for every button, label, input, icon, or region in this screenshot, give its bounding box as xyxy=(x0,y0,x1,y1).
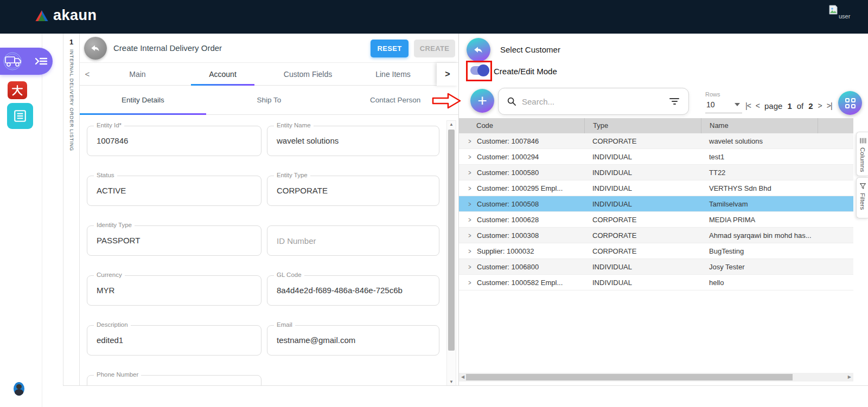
table-row[interactable]: >Customer: 1000582 Empl... INDIVIDUAL he… xyxy=(459,275,853,290)
id-number-field[interactable]: ID Number xyxy=(267,225,439,256)
annotation-red-arrow xyxy=(432,92,463,109)
email-field[interactable]: Email testname@gmail.com xyxy=(267,325,439,356)
subtab-entity-details[interactable]: Entity Details xyxy=(80,86,206,114)
entity-name-field[interactable]: Entity Name wavelet solutions xyxy=(267,126,439,156)
list-table-icon xyxy=(13,109,27,123)
scroll-up-icon[interactable]: ▲ xyxy=(447,122,456,127)
tabs-scroll-left-icon[interactable]: < xyxy=(80,63,95,85)
column-header-name[interactable]: Name xyxy=(701,118,818,133)
add-customer-button[interactable]: + xyxy=(470,89,494,113)
dropdown-caret-icon xyxy=(735,103,740,106)
module-tab-strip[interactable]: 1 INTERNAL DELIVERY ORDER LISTING xyxy=(63,34,80,386)
columns-tab-label: Columns xyxy=(859,147,866,172)
identity-type-value: PASSPORT xyxy=(87,226,261,255)
filters-side-tab[interactable]: Filters xyxy=(856,177,868,218)
expand-row-icon[interactable]: > xyxy=(468,232,476,240)
table-horizontal-scrollbar[interactable]: ◀ ▶ xyxy=(459,373,853,382)
create-internal-delivery-order-panel: Create Internal Delivery Order RESET CRE… xyxy=(80,34,458,386)
broken-image-icon xyxy=(828,4,839,15)
form-vertical-scrollbar[interactable]: ▲ ▼ xyxy=(446,120,456,386)
scroll-left-icon[interactable]: ◀ xyxy=(461,374,464,379)
user-profile-avatar[interactable] xyxy=(14,382,24,396)
select-customer-panel: Select Customer Create/Edit Mode + Rows … xyxy=(458,34,868,386)
expand-row-icon[interactable]: > xyxy=(468,279,476,287)
user-avatar-broken-image[interactable]: user xyxy=(828,4,860,26)
expand-row-icon[interactable]: > xyxy=(468,216,476,224)
previous-page-icon[interactable]: < xyxy=(756,101,760,110)
search-input[interactable] xyxy=(522,97,669,106)
user-alt-text: user xyxy=(839,13,850,20)
module-index: 1 xyxy=(63,38,79,46)
module-label: INTERNAL DELIVERY ORDER LISTING xyxy=(69,49,74,151)
grid-view-button[interactable] xyxy=(838,91,862,115)
akaun-logo[interactable]: akaun xyxy=(35,7,97,24)
next-page-icon[interactable]: > xyxy=(818,101,822,110)
tab-line-items[interactable]: Line Items xyxy=(350,63,436,85)
scroll-right-icon[interactable]: ▶ xyxy=(848,374,851,379)
first-page-icon[interactable]: |< xyxy=(745,101,751,110)
table-row[interactable]: >Customer: 1007846 CORPORATE wavelet sol… xyxy=(459,133,853,149)
table-header-row: Code Type Name xyxy=(459,118,853,133)
table-row-selected[interactable]: >Customer: 1000508 INDIVIDUAL Tamilselva… xyxy=(459,196,853,212)
id-number-label: ID Number xyxy=(277,236,316,246)
scrollbar-thumb[interactable] xyxy=(466,374,793,380)
column-header-code[interactable]: Code xyxy=(459,118,584,133)
email-value: testname@gmail.com xyxy=(267,326,439,355)
scrollbar-thumb[interactable] xyxy=(448,130,455,351)
expand-row-icon[interactable]: > xyxy=(468,153,476,161)
currency-field[interactable]: Currency MYR xyxy=(87,275,261,306)
phone-number-field[interactable]: Phone Number xyxy=(87,375,261,386)
table-row[interactable]: >Customer: 1006800 INDIVIDUAL Josy Teste… xyxy=(459,259,853,275)
page-word: page xyxy=(764,101,782,111)
reset-button[interactable]: RESET xyxy=(371,40,409,57)
expand-row-icon[interactable]: > xyxy=(468,138,476,145)
status-label: Status xyxy=(94,172,117,178)
entity-name-label: Entity Name xyxy=(274,122,314,128)
app-root: { "header": { "logo_text": "akaun", "use… xyxy=(0,0,868,407)
of-word: of xyxy=(797,101,804,111)
column-header-type[interactable]: Type xyxy=(584,118,701,133)
identity-type-field[interactable]: Identity Type PASSPORT xyxy=(87,225,261,256)
rows-per-page-select[interactable]: Rows 10 xyxy=(705,91,743,113)
search-icon xyxy=(507,97,516,106)
expand-row-icon[interactable]: > xyxy=(468,248,476,255)
left-app-sidebar xyxy=(0,34,42,407)
create-button[interactable]: CREATE xyxy=(414,40,455,57)
delivery-module-pill[interactable] xyxy=(0,48,53,75)
tab-custom-fields[interactable]: Custom Fields xyxy=(265,63,350,85)
expand-row-icon[interactable]: > xyxy=(468,263,476,271)
identity-type-label: Identity Type xyxy=(94,222,135,228)
last-page-icon[interactable]: >| xyxy=(827,101,832,110)
expand-row-icon[interactable]: > xyxy=(468,185,476,192)
expand-row-icon[interactable]: > xyxy=(468,169,476,177)
toggle-label: Create/Edit Mode xyxy=(494,67,557,76)
table-row[interactable]: >Customer: 1000294 INDIVIDUAL test1 xyxy=(459,149,853,165)
select-customer-back-button[interactable] xyxy=(467,38,490,62)
table-row[interactable]: >Supplier: 1000032 CORPORATE BugTesting xyxy=(459,243,853,259)
back-arrow-icon xyxy=(90,42,101,54)
table-row[interactable]: >Customer: 1000295 Empl... INDIVIDUAL VE… xyxy=(459,180,853,196)
sidebar-app-listing[interactable] xyxy=(7,103,33,129)
expand-row-icon[interactable]: > xyxy=(468,201,476,208)
sidebar-app-red-dai[interactable] xyxy=(8,81,27,99)
gl-code-field[interactable]: GL Code 8a4d4e2d-f689-486a-846e-725c6b xyxy=(267,275,439,306)
table-row[interactable]: >Customer: 1000308 CORPORATE Ahmad syarq… xyxy=(459,228,853,243)
entity-type-field[interactable]: Entity Type CORPORATE xyxy=(267,176,439,206)
rows-value[interactable]: 10 xyxy=(705,100,742,113)
tab-main[interactable]: Main xyxy=(95,63,180,85)
tab-account[interactable]: Account xyxy=(180,63,265,85)
filter-list-icon[interactable] xyxy=(669,98,680,105)
collapse-menu-icon[interactable] xyxy=(34,56,48,66)
table-row[interactable]: >Customer: 1000580 INDIVIDUAL TT22 xyxy=(459,165,853,180)
tabs-scroll-right-icon[interactable]: > xyxy=(437,63,458,86)
description-value: edited1 xyxy=(87,326,261,355)
scroll-down-icon[interactable]: ▼ xyxy=(447,379,456,384)
description-field[interactable]: Description edited1 xyxy=(87,325,261,356)
subtab-ship-to[interactable]: Ship To xyxy=(206,86,333,114)
customer-search-box[interactable] xyxy=(498,88,689,115)
entity-id-field[interactable]: Entity Id* 1007846 xyxy=(87,126,261,156)
status-field[interactable]: Status ACTIVE xyxy=(87,176,261,206)
columns-side-tab[interactable]: Columns xyxy=(856,132,868,176)
back-button[interactable] xyxy=(84,37,107,60)
table-row[interactable]: >Customer: 1000628 CORPORATE MEDIA PRIMA xyxy=(459,212,853,228)
